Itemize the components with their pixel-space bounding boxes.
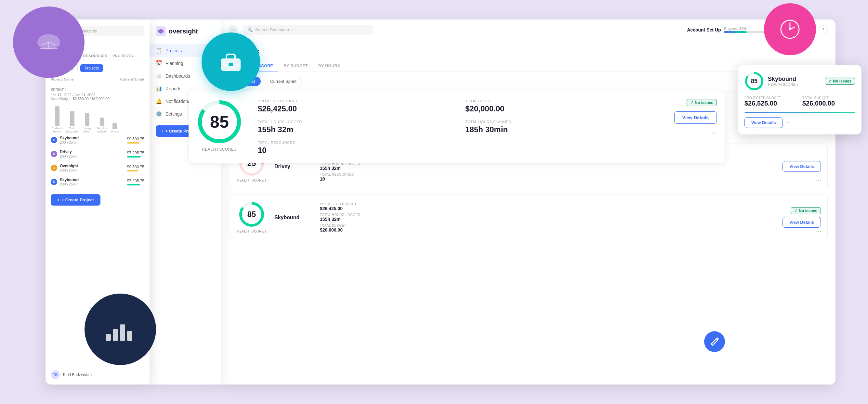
expanded-health-text: HEALTH SCORE	[202, 147, 234, 152]
tab-projects[interactable]: PROJECTS	[113, 52, 133, 60]
sprint-amount-3: $7,205.75	[127, 179, 144, 183]
plus-icon-nav: +	[161, 129, 163, 133]
project-sprint-0: $9,530.75	[127, 137, 144, 143]
project-dot-2: O	[51, 165, 57, 171]
svg-rect-9	[127, 331, 132, 341]
bar-label-2: Jimmy Eling	[81, 127, 94, 133]
no-issues-text-3: No issues	[799, 208, 817, 213]
right-no-issues-text: No issues	[833, 79, 851, 83]
view-details-btn-3[interactable]: View Details	[782, 217, 821, 228]
resources-val-2: 10	[320, 176, 360, 181]
exp-hours-logged-val: 155h 32m	[258, 125, 459, 134]
bar-label-3: Nymtha Jackson	[96, 127, 108, 133]
nav-label-notifications: Notifications	[165, 99, 190, 104]
stat-hours-2: TOTAL HOURS LOGGED 155h 32m	[320, 162, 360, 171]
info-icon-3: ℹ	[265, 229, 267, 234]
tab-budget[interactable]: BY BUDGET	[278, 61, 313, 71]
view-details-btn-2[interactable]: View Details	[782, 161, 821, 172]
project-sprint-1: $7,205.75	[127, 151, 144, 158]
expanded-view-btn[interactable]: View Details	[674, 111, 717, 124]
no-issues-text-exp: No issues	[695, 100, 713, 105]
nav-label-reports: Reports	[165, 86, 181, 91]
purple-blob	[13, 6, 85, 78]
project-card-3: 85 HEALTH SCORE ℹ Skybound PROJECTED BUD…	[228, 195, 828, 240]
project-dot-0: S	[51, 137, 57, 143]
help-icon[interactable]: ?	[818, 25, 828, 34]
health-label-3: HEALTH SCORE ℹ	[237, 229, 267, 234]
exp-stat-proj-budget: PROJECTED BUDGET $26,425.00	[258, 99, 459, 113]
sprint-bar-0	[127, 142, 139, 143]
sprint-bar-1	[127, 156, 141, 158]
expanded-card: 85 HEALTH SCORE ℹ PROJECTED BUDGET $26,4…	[189, 91, 725, 163]
bar-1	[70, 111, 74, 126]
health-text-2: HEALTH SCORE	[237, 179, 264, 182]
checkmark-icon-exp: ✓	[690, 100, 693, 105]
health-label-2: HEALTH SCORE ℹ	[237, 178, 267, 182]
right-view-btn[interactable]: View Details	[744, 117, 783, 128]
right-stat-proj-budget: PROJECTED BUDGET $26,525.00	[744, 96, 797, 107]
table-header: Project Name Current Sprint	[45, 77, 150, 84]
bar-item-4: Jimmy	[111, 123, 119, 133]
sprint-bar-3	[127, 184, 140, 186]
sprint-bar-2	[127, 170, 138, 171]
header-search[interactable]: 🔍 Search Dashboards	[243, 25, 373, 35]
pink-blob	[764, 3, 816, 55]
right-card-header: 85 Skybound HEALTH SCORE ℹ ✓ No issues	[744, 71, 855, 91]
stat-total-budget-3: TOTAL BUDGET $20,000.00	[320, 224, 360, 233]
project-name-1: Drivey	[60, 150, 125, 154]
info-icon-expanded: ℹ	[235, 147, 237, 152]
project-sprint-2: $9,530.75	[127, 165, 144, 171]
bar-2	[85, 113, 89, 126]
bar-chart: Roderick Hunter Todd Budzinski Jimmy Eli…	[45, 101, 150, 133]
project-row-2: O Oversight 200h 25min $9,530.75	[45, 161, 150, 175]
nav-label-planning: Planning	[165, 61, 183, 66]
expanded-health-circle: 85	[197, 99, 242, 144]
project-info-3: Skybound 200h 25min	[60, 178, 125, 186]
create-project-btn-left[interactable]: + + Create Project	[51, 194, 100, 206]
nav-label-projects: Projects	[165, 48, 182, 53]
project-name-2: Oversight	[60, 164, 125, 168]
card-more-btn-2[interactable]: ···	[815, 177, 822, 184]
progress-bar-wrap: Progress 50%	[724, 27, 770, 33]
sprint-section: SPRINT 1 Jan 17, 2022 - Jan 21, 2022 Spr…	[45, 84, 150, 101]
project-list-left: S Skybound 200h 25min $9,530.75 D Drivey…	[45, 133, 150, 189]
question-mark: ?	[822, 27, 824, 32]
right-more-btn[interactable]: ···	[787, 119, 794, 126]
project-row-0: S Skybound 200h 25min $9,530.75	[45, 133, 150, 147]
project-row-1: D Drivey 200h 25min $7,205.75	[45, 147, 150, 161]
svg-rect-21	[228, 63, 233, 66]
svg-marker-10	[158, 29, 163, 34]
card-stats-3: PROJECTED BUDGET $26,425.00 TOTAL HOURS …	[320, 202, 360, 233]
nav-label-dashboards: Dashboards	[165, 73, 190, 78]
create-project-label-left: + Create Project	[62, 197, 94, 202]
account-setup-label: Account Set Up	[687, 27, 721, 32]
right-card-progress-bar	[744, 112, 855, 113]
info-icon-2: ℹ	[265, 178, 267, 182]
search-icon-header: 🔍	[247, 27, 253, 32]
tab-resources[interactable]: RESOURCES	[83, 52, 107, 60]
exp-stat-hours-planned: TOTAL HOURS PLANNED 185h 30min	[465, 120, 666, 134]
header: ‹ 🔍 Search Dashboards Account Set Up Pro…	[221, 20, 836, 40]
right-card-subtitle: HEALTH SCORE ℹ	[768, 82, 798, 87]
exp-stat-resources: TOTAL RESOURCES 10	[258, 141, 459, 155]
svg-rect-7	[113, 329, 118, 341]
svg-rect-8	[120, 325, 125, 341]
expanded-card-actions: ✓ No issues View Details ···	[674, 99, 717, 136]
exp-total-budget-val: $20,000.00	[465, 104, 666, 113]
project-row-3: S Skybound 200h 25min $7,205.75	[45, 175, 150, 189]
right-card-footer: View Details ···	[744, 117, 855, 128]
expanded-more-btn[interactable]: ···	[711, 129, 717, 136]
svg-point-5	[789, 28, 791, 30]
projects-btn[interactable]: Projects	[80, 64, 103, 72]
card-more-btn-3[interactable]: ···	[815, 228, 822, 235]
tab-hours[interactable]: BY HOURS	[313, 61, 345, 71]
right-card-name-wrap: Skybound HEALTH SCORE ℹ	[768, 76, 798, 87]
bar-0	[55, 106, 60, 126]
nav-icon-dashboards: ☁️	[156, 73, 162, 79]
bar-4	[113, 123, 117, 129]
logo-icon	[156, 26, 166, 36]
health-score-3: 85	[247, 210, 256, 219]
nav-icon-settings: ⚙️	[156, 111, 162, 117]
exp-hours-planned-val: 185h 30min	[465, 125, 666, 134]
current-sprint-btn[interactable]: Current Sprint	[265, 77, 302, 86]
